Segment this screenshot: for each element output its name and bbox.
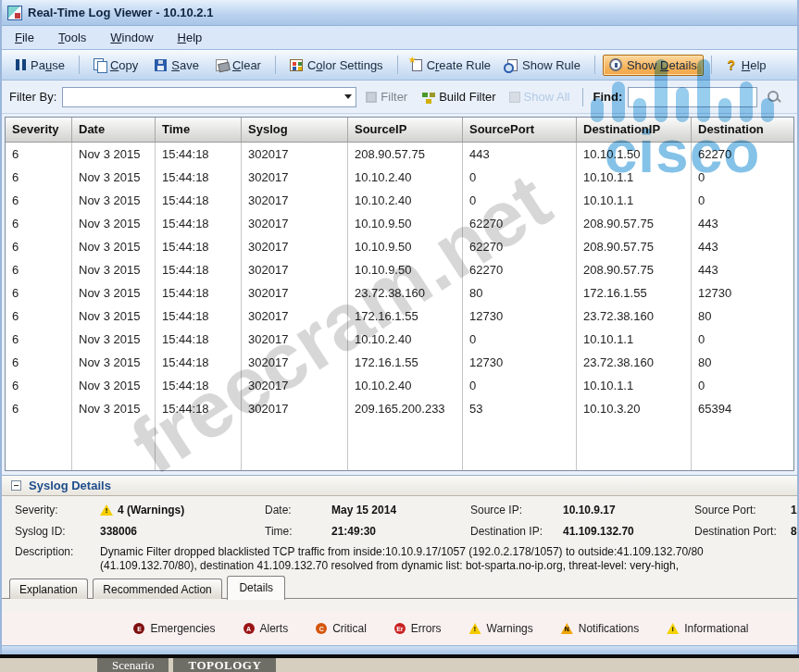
tab-explanation[interactable]: Explanation bbox=[9, 579, 88, 599]
find-input[interactable] bbox=[628, 87, 757, 107]
column-header-severity[interactable]: Severity bbox=[6, 118, 72, 142]
table-cell: 10.10.2.40 bbox=[348, 328, 463, 351]
create-rule-button[interactable]: Create Rule bbox=[406, 55, 497, 76]
show-all-button[interactable]: Show All bbox=[506, 88, 574, 106]
show-details-label: Show Details bbox=[627, 58, 697, 72]
table-cell: 10.10.1.1 bbox=[577, 189, 692, 212]
show-details-button[interactable]: Show Details bbox=[603, 55, 704, 76]
topology-button[interactable]: TOPOLOGY bbox=[173, 658, 276, 672]
clear-button[interactable]: Clear bbox=[209, 55, 268, 76]
table-row[interactable]: 6Nov 3 201515:44:1830201710.10.9.5062270… bbox=[6, 235, 793, 258]
table-row[interactable]: 6Nov 3 201515:44:1830201710.10.2.40010.1… bbox=[6, 166, 793, 189]
table-row[interactable]: 6Nov 3 201515:44:1830201710.10.9.5062270… bbox=[6, 212, 793, 235]
dest-ip-label: Destination IP: bbox=[470, 525, 563, 538]
table-empty-cell bbox=[156, 420, 242, 470]
table-cell: 6 bbox=[6, 189, 72, 212]
table-row[interactable]: 6Nov 3 201515:44:1830201723.72.38.160801… bbox=[6, 281, 793, 305]
filter-button[interactable]: Filter bbox=[362, 88, 411, 106]
table-row[interactable]: 6Nov 3 201515:44:18302017172.16.1.551273… bbox=[6, 305, 793, 328]
copy-button[interactable]: Copy bbox=[87, 55, 144, 76]
table-cell: 6 bbox=[6, 351, 72, 374]
copy-label: Copy bbox=[110, 58, 138, 72]
table-cell: 0 bbox=[692, 166, 794, 189]
notifications-severity-icon: N bbox=[561, 623, 573, 634]
scenario-button[interactable]: Scenario bbox=[97, 658, 169, 672]
syslog-details-header[interactable]: Syslog Details bbox=[2, 476, 797, 496]
table-row[interactable]: 6Nov 3 201515:44:1830201710.10.2.40010.1… bbox=[6, 328, 793, 351]
column-header-destination[interactable]: Destination bbox=[692, 118, 794, 142]
table-cell: 80 bbox=[692, 305, 794, 328]
table-cell: 15:44:18 bbox=[156, 351, 242, 374]
table-cell: 15:44:18 bbox=[156, 189, 242, 212]
table-cell: 10.10.1.1 bbox=[577, 374, 692, 397]
menu-help[interactable]: Help bbox=[178, 31, 203, 44]
table-cell: 15:44:18 bbox=[156, 212, 242, 235]
table-cell: 62270 bbox=[692, 143, 794, 166]
table-cell: 6 bbox=[6, 397, 72, 420]
column-header-destinationip[interactable]: DestinationIP bbox=[577, 118, 692, 142]
table-cell: 6 bbox=[6, 258, 72, 281]
table-cell: 15:44:18 bbox=[156, 235, 242, 258]
table-cell: 302017 bbox=[242, 235, 348, 258]
filter-combobox[interactable] bbox=[62, 87, 356, 107]
table-empty-cell bbox=[577, 420, 692, 470]
table-cell: 6 bbox=[6, 305, 72, 328]
log-viewer-window: Real-Time Log Viewer - 10.10.2.1 File To… bbox=[0, 0, 799, 654]
table-row[interactable]: 6Nov 3 201515:44:18302017209.165.200.233… bbox=[6, 397, 793, 420]
column-header-date[interactable]: Date bbox=[72, 118, 156, 142]
table-cell: Nov 3 2015 bbox=[72, 212, 156, 235]
legend-label: Critical bbox=[332, 622, 367, 635]
table-cell: 302017 bbox=[242, 397, 348, 420]
table-row[interactable]: 6Nov 3 201515:44:1830201710.10.9.5062270… bbox=[6, 258, 793, 281]
color-settings-button[interactable]: Color Settings bbox=[283, 55, 390, 76]
legend-label: Alerts bbox=[260, 622, 289, 635]
column-header-sourceport[interactable]: SourcePort bbox=[463, 118, 577, 142]
table-row[interactable]: 6Nov 3 201515:44:18302017172.16.1.551273… bbox=[6, 351, 793, 374]
legend-label: Errors bbox=[411, 622, 442, 635]
legend-item-alerts: AAlerts bbox=[243, 622, 289, 635]
show-rule-button[interactable]: Show Rule bbox=[501, 55, 587, 76]
table-cell: Nov 3 2015 bbox=[72, 189, 156, 212]
table-cell: 10.10.1.1 bbox=[577, 328, 692, 351]
menu-window[interactable]: Window bbox=[110, 31, 153, 44]
show-rule-icon bbox=[507, 59, 518, 71]
help-button[interactable]: Help bbox=[719, 55, 773, 76]
legend-label: Emergencies bbox=[150, 622, 215, 635]
tab-recommended-action[interactable]: Recommended Action bbox=[93, 579, 221, 599]
combobox-dropdown-arrow-icon[interactable] bbox=[341, 88, 356, 106]
severity-legend: EEmergenciesAAlertsCCriticalErErrors!War… bbox=[2, 612, 797, 645]
table-cell: 12730 bbox=[463, 305, 577, 328]
pause-button[interactable]: Pause bbox=[9, 55, 71, 76]
save-button[interactable]: Save bbox=[148, 55, 206, 76]
table-row[interactable]: 6Nov 3 201515:44:1830201710.10.2.40010.1… bbox=[6, 189, 793, 212]
filter-button-label: Filter bbox=[381, 90, 407, 104]
table-empty-fill bbox=[6, 420, 793, 470]
title-bar[interactable]: Real-Time Log Viewer - 10.10.2.1 bbox=[2, 0, 797, 26]
table-cell: 10.10.3.20 bbox=[577, 397, 692, 420]
column-header-sourceip[interactable]: SourceIP bbox=[348, 118, 463, 142]
tab-details[interactable]: Details bbox=[227, 576, 285, 600]
table-cell: 15:44:18 bbox=[156, 281, 242, 305]
table-cell: 6 bbox=[6, 281, 72, 305]
table-row[interactable]: 6Nov 3 201515:44:18302017208.90.57.75443… bbox=[6, 143, 793, 166]
description-label: Description: bbox=[15, 545, 100, 573]
table-cell: Nov 3 2015 bbox=[72, 143, 156, 166]
table-cell: Nov 3 2015 bbox=[72, 305, 156, 328]
build-filter-button[interactable]: Build Filter bbox=[417, 88, 499, 106]
column-header-syslog[interactable]: Syslog bbox=[242, 118, 348, 142]
table-empty-cell bbox=[6, 420, 72, 470]
save-icon bbox=[155, 59, 167, 71]
collapse-icon[interactable] bbox=[11, 480, 21, 491]
alerts-severity-icon: A bbox=[243, 623, 255, 634]
column-header-time[interactable]: Time bbox=[156, 118, 242, 142]
table-cell: 0 bbox=[692, 189, 794, 212]
date-value: May 15 2014 bbox=[331, 504, 470, 516]
search-icon[interactable] bbox=[767, 90, 781, 105]
menu-file[interactable]: File bbox=[15, 31, 34, 44]
menu-tools[interactable]: Tools bbox=[58, 31, 86, 44]
table-row[interactable]: 6Nov 3 201515:44:1830201710.10.2.40010.1… bbox=[6, 374, 793, 397]
show-all-label: Show All bbox=[524, 90, 570, 104]
table-cell: Nov 3 2015 bbox=[72, 235, 156, 258]
color-settings-icon bbox=[290, 59, 303, 71]
table-cell: 443 bbox=[692, 212, 794, 235]
